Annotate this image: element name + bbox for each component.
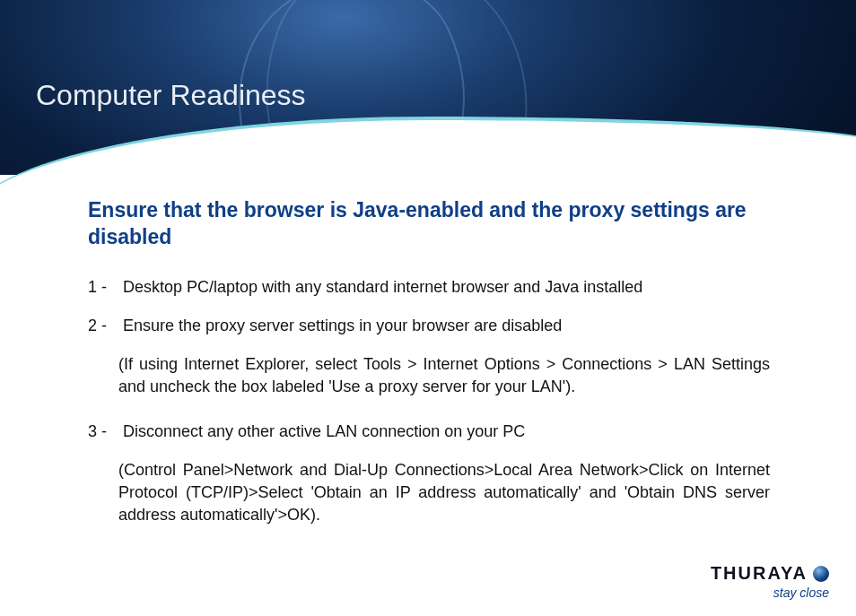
content-area: Ensure that the browser is Java-enabled … [88,197,770,548]
list-item: 3 - Disconnect any other active LAN conn… [88,421,770,443]
footer: THURAYA stay close [711,563,829,600]
list-item-note: (Control Panel>Network and Dial-Up Conne… [118,459,770,527]
list-item-number: 1 - [88,276,118,299]
list-item-number: 2 - [88,315,118,337]
content-subhead: Ensure that the browser is Java-enabled … [88,197,770,251]
brand-tagline: stay close [711,586,829,600]
page-title: Computer Readiness [36,79,306,112]
globe-icon [813,566,829,582]
list-item: 2 - Ensure the proxy server settings in … [88,315,770,337]
brand-logo: THURAYA [711,563,829,584]
slide: Computer Readiness Ensure that the brows… [0,0,856,616]
list-item-text: Disconnect any other active LAN connecti… [123,421,769,443]
list-item: 1 - Desktop PC/laptop with any standard … [88,276,770,299]
list-item-text: Ensure the proxy server settings in your… [123,315,769,337]
list-item-text: Desktop PC/laptop with any standard inte… [123,276,769,299]
brand-name: THURAYA [711,563,808,584]
list-item-number: 3 - [88,421,118,443]
list-item-note: (If using Internet Explorer, select Tool… [118,353,770,398]
